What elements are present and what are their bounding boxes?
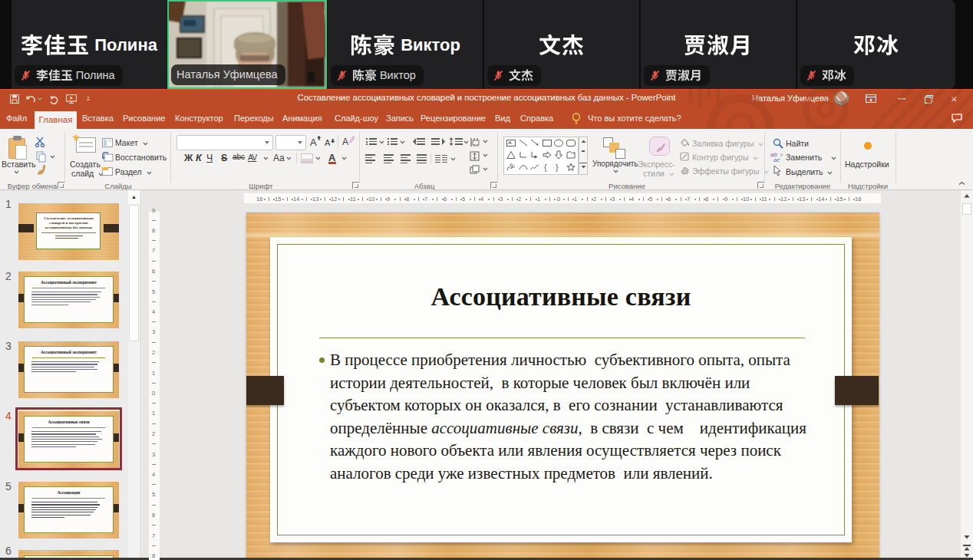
svg-text:ac: ac — [773, 156, 780, 163]
svg-text:}: } — [556, 163, 559, 172]
svg-text:{: { — [544, 163, 547, 172]
